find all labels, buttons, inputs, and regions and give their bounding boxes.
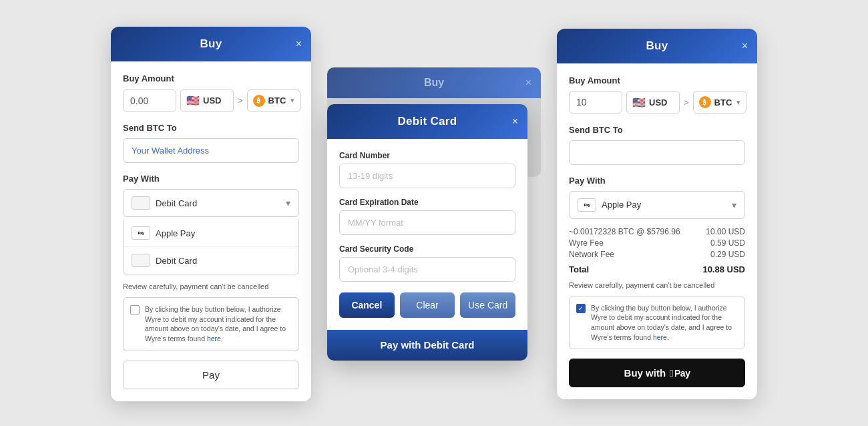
buy-amount-label: Buy Amount [123,73,299,83]
debit-card-label: Debit Card [156,256,197,266]
dropdown-debit-card[interactable]: Debit Card [124,247,298,274]
expiry-label: Card Expiration Date [339,198,515,207]
bg-close-icon: × [525,77,531,89]
bg-header: Buy × [327,67,541,98]
apple-pay-icon: Pay [132,226,150,240]
pay-with-label: Pay With [123,174,299,184]
modal-1-body: Buy Amount 🇺🇸 USD > ₿ BTC ▾ Send BTC To … [111,61,311,401]
debit-card-icon [132,254,150,267]
to-currency-select-3[interactable]: ₿ BTC ▾ [693,91,746,114]
terms-link-3[interactable]: here [653,333,667,341]
disclaimer-content-3: By clicking the buy button below, I auth… [591,303,738,343]
usd-flag-3: 🇺🇸 [632,96,646,109]
network-fee-row: Network Fee 0.29 USD [569,250,745,259]
card-number-label: Card Number [339,151,515,160]
debit-card-modal: Debit Card × Card Number Card Expiration… [327,104,527,361]
rate-label: ~0.00172328 BTC @ $5796.96 [569,227,680,236]
amount-row: 🇺🇸 USD > ₿ BTC ▾ [123,89,299,112]
wyre-fee-amount: 0.59 USD [710,238,745,248]
pay-with-left: Debit Card [132,196,197,210]
modal-1-header: Buy × [111,27,311,61]
pay-with-label-3: Pay With [569,176,745,186]
network-fee-label: Network Fee [569,250,614,259]
buy-modal-1: Buy × Buy Amount 🇺🇸 USD > ₿ BTC ▾ Send B… [111,27,311,401]
buy-amount-label-3: Buy Amount [569,75,745,85]
from-currency-select[interactable]: 🇺🇸 USD [180,89,234,112]
debit-card-close-button[interactable]: × [512,116,518,127]
terms-link-1[interactable]: here [207,335,221,343]
dropdown-apple-pay[interactable]: Pay Apple Pay [124,220,298,247]
disclaimer-text-3: Review carefully, payment can't be cance… [569,281,745,289]
currency-arrow-icon-3: > [684,97,689,108]
disclaimer-box-3: ✓ By clicking the buy button below, I au… [569,296,745,350]
security-label: Card Security Code [339,244,515,254]
currency-arrow-icon: > [238,95,243,105]
total-amount: 10.88 USD [702,264,745,274]
debit-card-header: Debit Card × [327,104,527,139]
pay-debit-label: Pay with Debit Card [381,339,475,351]
debit-card-form: Card Number Card Expiration Date Card Se… [327,139,527,330]
apple-logo-icon:  [670,367,673,379]
send-btc-label-3: Send BTC To [569,125,745,135]
pay-button-1[interactable]: Pay [123,361,299,389]
modal-1-close-button[interactable]: × [296,39,302,49]
amount-input[interactable] [123,89,176,112]
buy-modal-3: Buy × Buy Amount 🇺🇸 USD > ₿ BTC ▾ Send B… [557,29,757,400]
to-ticker: BTC [268,95,286,105]
wallet-address-input-3[interactable] [569,140,745,165]
card-number-input[interactable] [339,164,515,188]
rate-amount: 10.00 USD [706,227,745,236]
apple-pay-label: Apple Pay [156,228,195,238]
wyre-fee-label: Wyre Fee [569,238,604,248]
cancel-button[interactable]: Cancel [339,292,395,318]
modal-3-title: Buy [646,39,668,53]
disclaimer-checkbox-3[interactable]: ✓ [576,304,586,313]
usd-flag: 🇺🇸 [186,94,200,107]
apple-pay-button[interactable]: Buy with Pay [569,359,745,387]
fee-section: ~0.00172328 BTC @ $5796.96 10.00 USD Wyr… [569,227,745,274]
to-currency-chevron-icon-3: ▾ [736,98,740,107]
from-currency-select-3[interactable]: 🇺🇸 USD [626,91,680,114]
from-ticker-3: USD [649,97,667,108]
disclaimer-box-1: By clicking the buy button below, I auth… [123,297,299,351]
debit-card-icon-small [132,196,150,210]
bg-title: Buy [424,77,444,89]
amount-input-3[interactable] [569,91,622,114]
send-btc-label: Send BTC To [123,123,299,133]
btc-icon-3: ₿ [699,96,711,108]
modal-1-title: Buy [200,37,222,51]
modal-3-header: Buy × [557,29,757,63]
total-row: Total 10.88 USD [569,262,745,274]
wallet-address-input[interactable] [123,138,299,163]
debit-card-title: Debit Card [398,115,457,128]
network-fee-amount: 0.29 USD [710,250,745,259]
modal-2-wrapper: Buy × Buy Amount Debit Card × Card Numbe… [327,67,541,361]
pay-with-selector[interactable]: Debit Card ▾ [123,189,299,217]
apple-pay-icon-3: Pay [578,198,596,212]
modal-3-close-button[interactable]: × [742,41,748,51]
btc-icon: ₿ [253,95,265,107]
pay-with-debit-footer[interactable]: Pay with Debit Card [327,330,527,361]
pay-with-chevron-icon-3: ▾ [732,200,736,210]
pay-with-left-3: Pay Apple Pay [578,198,641,212]
disclaimer-content-1: By clicking the buy button below, I auth… [145,304,292,344]
to-currency-select[interactable]: ₿ BTC ▾ [247,89,300,112]
pay-with-dropdown: Pay Apple Pay Debit Card [123,220,299,274]
disclaimer-text-1: Review carefully, payment can't be cance… [123,282,299,290]
wyre-fee-row: Wyre Fee 0.59 USD [569,238,745,248]
debit-button-row: Cancel Clear Use Card [339,292,515,318]
pay-with-selected: Debit Card [156,198,197,208]
to-ticker-3: BTC [714,97,732,108]
to-currency-chevron-icon: ▾ [290,96,294,105]
pay-with-chevron-icon: ▾ [286,198,290,208]
disclaimer-checkbox-1[interactable] [130,305,140,314]
modal-3-body: Buy Amount 🇺🇸 USD > ₿ BTC ▾ Send BTC To … [557,63,757,400]
pay-with-selector-3[interactable]: Pay Apple Pay ▾ [569,191,745,219]
pay-with-selected-3: Apple Pay [602,200,641,210]
clear-button[interactable]: Clear [400,292,455,318]
amount-row-3: 🇺🇸 USD > ₿ BTC ▾ [569,91,745,114]
security-input[interactable] [339,257,515,282]
expiry-input[interactable] [339,210,515,235]
apple-pay-btn-icon: Pay [670,367,690,379]
use-card-button[interactable]: Use Card [460,292,515,318]
